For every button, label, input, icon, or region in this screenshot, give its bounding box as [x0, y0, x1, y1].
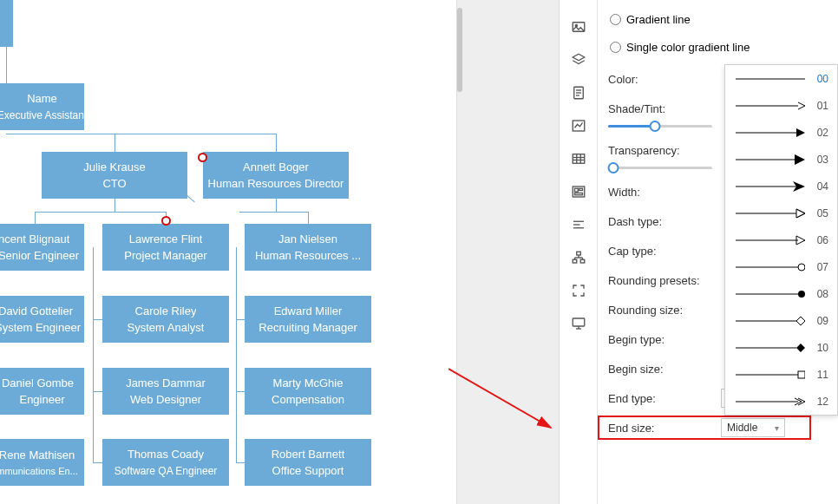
- svg-rect-20: [577, 252, 581, 255]
- swatch-10[interactable]: 10: [725, 334, 837, 361]
- svg-line-0: [448, 369, 551, 428]
- org-node-edward[interactable]: Edward Miller Recruiting Manager: [245, 296, 371, 343]
- layout-icon[interactable]: [560, 175, 598, 208]
- org-node-root[interactable]: [0, 0, 13, 47]
- node-title: CTO: [102, 175, 126, 193]
- node-title: Software QA Engineer: [115, 463, 218, 479]
- svg-rect-8: [573, 154, 585, 164]
- node-name: Name: [27, 90, 57, 108]
- swatch-05[interactable]: 05: [725, 200, 837, 226]
- node-name: Vincent Blignaut: [0, 231, 69, 248]
- shade-label: Shade/Tint:: [608, 102, 721, 115]
- layers-icon[interactable]: [560, 43, 598, 76]
- swatch-11[interactable]: 11: [725, 361, 837, 388]
- svg-rect-14: [575, 188, 579, 192]
- chart-icon[interactable]: [560, 109, 598, 142]
- swatch-00[interactable]: 00: [725, 65, 837, 92]
- org-node-daniel[interactable]: Daniel Gombe Engineer: [0, 368, 84, 415]
- image-icon[interactable]: [560, 10, 598, 43]
- single-color-radio[interactable]: Single color gradient line: [610, 36, 828, 57]
- swatch-09[interactable]: 09: [725, 307, 837, 334]
- org-node-julie[interactable]: Julie Krause CTO: [42, 152, 187, 199]
- cap-label: Cap type:: [608, 245, 721, 258]
- begin-type-label: Begin type:: [608, 333, 721, 346]
- swatch-12[interactable]: 12: [725, 388, 837, 415]
- scrollbar-thumb[interactable]: [457, 8, 462, 92]
- node-name: Julie Krause: [83, 159, 146, 176]
- color-label: Color:: [608, 73, 721, 86]
- swatch-04[interactable]: 04: [725, 173, 837, 200]
- node-name: Daniel Gombe: [2, 375, 74, 392]
- combo-value: Middle: [727, 422, 757, 434]
- dash-label: Dash type:: [608, 215, 721, 228]
- swatch-03[interactable]: 03: [725, 146, 837, 173]
- svg-rect-27: [573, 318, 585, 326]
- org-node-vincent[interactable]: Vincent Blignaut Senior Engineer: [0, 224, 84, 271]
- org-node-thomas[interactable]: Thomas Coady Software QA Engineer: [102, 439, 229, 486]
- side-icon-bar: [560, 0, 598, 504]
- swatch-06[interactable]: 06: [725, 226, 837, 253]
- end-type-label: End type:: [608, 392, 721, 405]
- swatch-01[interactable]: 01: [725, 92, 837, 119]
- org-node-annett[interactable]: Annett Boger Human Resources Director: [203, 152, 349, 199]
- org-chart-canvas[interactable]: Name Executive Assistant Julie Krause CT…: [0, 0, 456, 504]
- radio-input[interactable]: [610, 42, 621, 53]
- org-node-david[interactable]: David Gottelier System Engineer: [0, 296, 84, 343]
- node-title: Human Resources ...: [255, 247, 361, 265]
- swatch-07[interactable]: 07: [725, 253, 837, 280]
- org-node-james[interactable]: James Dammar Web Designer: [102, 368, 229, 415]
- node-name: Marty McGhie: [273, 375, 344, 392]
- rounding-size-label: Rounding size:: [608, 304, 721, 317]
- org-node-marty[interactable]: Marty McGhie Compensation: [245, 368, 371, 415]
- org-node-rene[interactable]: Rene Mathisen Communications En...: [0, 439, 84, 486]
- node-title: System Engineer: [0, 319, 81, 337]
- begin-size-label: Begin size:: [608, 363, 721, 376]
- end-size-label: End size:: [608, 422, 721, 435]
- orgchart-icon[interactable]: [560, 241, 598, 274]
- connector-start-handle[interactable]: [198, 153, 207, 162]
- radio-label: Single color gradient line: [626, 41, 750, 54]
- svg-line-48: [795, 402, 802, 405]
- scroll-gutter: [456, 0, 560, 504]
- radio-label: Gradient line: [626, 13, 691, 26]
- chevron-down-icon: ▾: [775, 423, 779, 433]
- radio-input[interactable]: [610, 14, 621, 25]
- table-icon[interactable]: [560, 142, 598, 175]
- presentation-icon[interactable]: [560, 307, 598, 340]
- fullscreen-icon[interactable]: [560, 274, 598, 307]
- line-properties-panel: Gradient line Single color gradient line…: [598, 0, 838, 504]
- node-title: Communications En...: [0, 464, 78, 479]
- node-title: Office Support: [272, 462, 344, 480]
- svg-point-41: [798, 291, 805, 298]
- node-name: Carole Riley: [135, 303, 197, 320]
- svg-rect-16: [575, 193, 583, 195]
- swatch-02[interactable]: 02: [725, 119, 837, 146]
- annotation-arrow: [448, 360, 561, 438]
- org-node-lawrence[interactable]: Lawrence Flint Project Manager: [102, 224, 229, 271]
- swatch-08[interactable]: 08: [725, 280, 837, 307]
- node-title: Senior Engineer: [0, 247, 79, 265]
- node-title: Recruiting Manager: [259, 319, 357, 337]
- node-name: James Dammar: [126, 375, 206, 392]
- node-title: System Analyst: [128, 319, 205, 337]
- arrow-type-dropdown[interactable]: 00 01 02 03 04 05: [724, 64, 838, 416]
- shade-slider[interactable]: [608, 125, 712, 128]
- org-node-carole[interactable]: Carole Riley System Analyst: [102, 296, 229, 343]
- org-node-robert[interactable]: Robert Barnett Office Support: [245, 439, 371, 486]
- page-icon[interactable]: [560, 76, 598, 109]
- gradient-line-radio[interactable]: Gradient line: [610, 9, 828, 29]
- transparency-label: Transparency:: [608, 144, 721, 157]
- end-size-combo[interactable]: Middle ▾: [721, 418, 785, 437]
- svg-point-2: [575, 24, 577, 26]
- node-name: Jan Nielsen: [278, 231, 337, 248]
- node-title: Human Resources Director: [208, 175, 344, 193]
- node-title: Engineer: [19, 391, 64, 409]
- org-node-exec-assistant[interactable]: Name Executive Assistant: [0, 83, 84, 130]
- node-name: Lawrence Flint: [129, 231, 203, 248]
- org-node-jan[interactable]: Jan Nielsen Human Resources ...: [245, 224, 371, 271]
- connector-end-handle[interactable]: [161, 216, 171, 226]
- svg-rect-15: [579, 188, 583, 190]
- align-icon[interactable]: [560, 208, 598, 241]
- node-name: Rene Mathisen: [0, 447, 75, 464]
- transparency-slider[interactable]: [608, 167, 712, 169]
